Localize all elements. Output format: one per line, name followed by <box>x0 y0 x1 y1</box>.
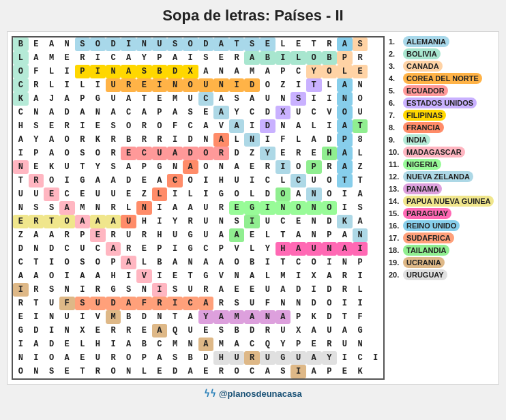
grid-cell: A <box>121 297 136 310</box>
grid-cell: D <box>198 38 214 51</box>
grid-cell: P <box>136 351 152 365</box>
grid-cell: Z <box>13 228 29 242</box>
grid-cell: E <box>229 283 245 297</box>
grid-cell: Y <box>29 133 44 147</box>
grid-cell: R <box>213 297 229 310</box>
grid-cell: I <box>44 324 59 338</box>
grid-cell: S <box>167 283 183 297</box>
grid-cell: B <box>152 256 168 269</box>
grid-cell: I <box>90 78 106 92</box>
grid-cell: I <box>306 92 322 106</box>
grid-cell: E <box>59 51 75 65</box>
grid-cell: P <box>152 106 168 119</box>
grid-cell: T <box>276 228 291 242</box>
clue-number: 5. <box>389 87 401 95</box>
grid-cell: X <box>291 324 306 338</box>
grid-cell: Y <box>136 51 152 65</box>
grid-cell: U <box>229 351 245 365</box>
grid-cell: N <box>337 256 353 269</box>
grid-cell: Q <box>167 324 183 338</box>
grid-cell: A <box>213 228 229 242</box>
grid-cell: P <box>152 242 168 256</box>
grid-cell: U <box>59 160 75 174</box>
grid-cell: A <box>59 201 75 215</box>
grid-cell: M <box>44 51 59 65</box>
grid-cell: A <box>291 228 306 242</box>
grid-cell: K <box>353 365 368 378</box>
grid-cell: D <box>244 78 260 92</box>
grid-cell: R <box>213 147 229 160</box>
grid-cell: R <box>152 133 168 147</box>
grid-cell: P <box>291 310 306 324</box>
grid-cell: O <box>59 147 75 160</box>
grid-cell: G <box>213 188 229 201</box>
grid-cell: G <box>75 174 91 188</box>
grid-cell: E <box>13 310 29 324</box>
grid-cell: L <box>291 133 306 147</box>
grid-cell: E <box>29 160 44 174</box>
grid-cell: E <box>198 106 214 119</box>
grid-cell: N <box>29 106 44 119</box>
grid-cell: O <box>13 65 29 78</box>
clue-number: 15. <box>389 209 401 217</box>
clue-item: 9. INDIA <box>389 134 494 145</box>
grid-cell: D <box>136 310 152 324</box>
grid-cell: R <box>59 228 75 242</box>
grid-cell: C <box>291 65 306 78</box>
grid-cell: A <box>229 65 245 78</box>
grid-cell: I <box>75 310 91 324</box>
grid-cell: B <box>322 51 338 65</box>
grid-cell: D <box>260 188 276 201</box>
grid-cell: O <box>322 297 338 310</box>
grid-cell: G <box>106 283 121 297</box>
grid-cell: I <box>121 38 136 51</box>
clue-label: PAPUA NUEVA GUINEA <box>403 196 494 207</box>
grid-cell: V <box>213 269 229 283</box>
grid-cell: N <box>29 242 44 256</box>
grid-cell: U <box>90 297 106 310</box>
grid-cell: A <box>121 92 136 106</box>
grid-cell: P <box>276 65 291 78</box>
grid-cell: M <box>276 269 291 283</box>
grid-cell: N <box>59 38 75 51</box>
grid-cell: M <box>106 310 121 324</box>
grid-cell: A <box>29 51 44 65</box>
grid-cell: S <box>229 297 245 310</box>
grid-cell: U <box>121 215 136 228</box>
grid-cell: O <box>121 351 136 365</box>
grid-cell: C <box>291 174 306 188</box>
grid-cell: N <box>59 324 75 338</box>
grid-cell: D <box>291 283 306 297</box>
grid-cell: I <box>229 78 245 92</box>
grid-cell: I <box>167 242 183 256</box>
grid-cell: D <box>106 297 121 310</box>
grid-cell: F <box>59 297 75 310</box>
clue-item: 11. NIGERIA <box>389 159 494 170</box>
grid-cell: U <box>306 174 322 188</box>
grid-cell: V <box>213 119 229 133</box>
grid-cell: A <box>337 324 353 338</box>
grid-cell: F <box>167 119 183 133</box>
grid-cell: A <box>306 133 322 147</box>
grid-cell: A <box>337 228 353 242</box>
grid-cell: N <box>260 310 276 324</box>
grid-cell: 8 <box>353 133 368 147</box>
grid-cell: L <box>276 174 291 188</box>
grid-cell: M <box>229 310 245 324</box>
grid-cell: M <box>167 338 183 351</box>
clue-number: 18. <box>389 246 401 254</box>
grid-cell: U <box>353 106 368 119</box>
grid-cell: O <box>291 160 306 174</box>
grid-cell: I <box>90 65 106 78</box>
grid-cell: K <box>13 92 29 106</box>
grid-cell: B <box>136 338 152 351</box>
grid-cell: R <box>229 51 245 65</box>
grid-cell: O <box>90 147 106 160</box>
grid-cell: Y <box>276 338 291 351</box>
grid-cell: C <box>59 242 75 256</box>
grid-cell: N <box>13 160 29 174</box>
grid-cell: E <box>44 188 59 201</box>
grid-cell: I <box>59 78 75 92</box>
grid-cell: U <box>167 228 183 242</box>
grid-cell: I <box>59 174 75 188</box>
